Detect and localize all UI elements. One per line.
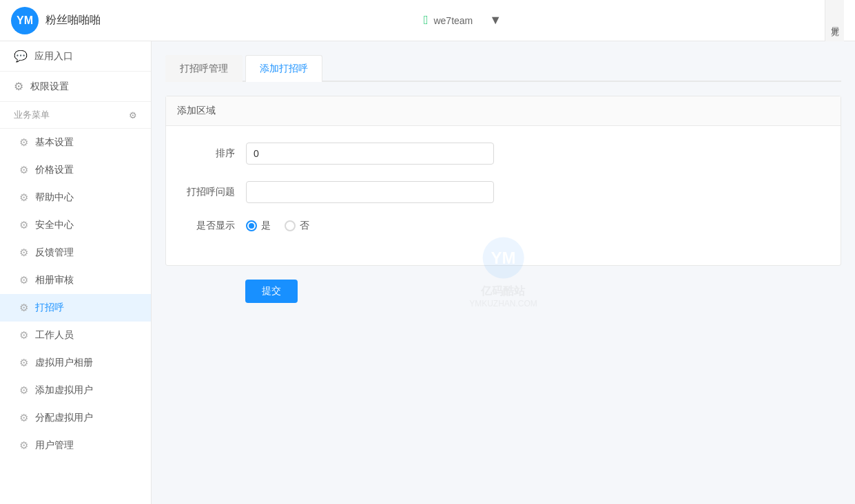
radio-yes-dot	[249, 223, 254, 229]
sidebar: 💬 应用入口 ⚙ 权限设置 业务菜单 ⚙ ⚙ 基本设置 ⚙ 价格设置 ⚙ 帮助中…	[0, 41, 152, 504]
radio-no[interactable]: 否	[285, 220, 309, 232]
header: YM 粉丝啪啪啪  we7team ▼ 宽屏	[0, 0, 855, 41]
content-area: YM 亿码酷站 YMKUZHAN.COM 打招呼管理 添加打招呼 添加区域 排序	[152, 41, 855, 504]
gear-icon: ⚙	[19, 357, 28, 369]
sidebar-item-user-management[interactable]: ⚙ 用户管理	[0, 432, 151, 459]
app-title: 粉丝啪啪啪	[45, 13, 101, 28]
gear-icon: ⚙	[19, 136, 28, 149]
settings-icon: ⚙	[14, 80, 23, 93]
sidebar-top-label: 权限设置	[30, 81, 69, 93]
gear-icon: ⚙	[19, 164, 28, 176]
question-input[interactable]	[246, 181, 494, 203]
menu-item-label: 帮助中心	[35, 191, 74, 204]
sort-label: 排序	[177, 147, 246, 160]
section-title: 业务菜单	[14, 109, 50, 121]
radio-no-circle	[285, 220, 296, 231]
sidebar-item-staff[interactable]: ⚙ 工作人员	[0, 322, 151, 349]
sidebar-item-feedback-management[interactable]: ⚙ 反馈管理	[0, 239, 151, 266]
gear-icon: ⚙	[19, 412, 28, 424]
menu-item-label: 用户管理	[35, 439, 74, 452]
tab-add[interactable]: 添加打招呼	[245, 55, 322, 82]
sidebar-top-label: 应用入口	[34, 50, 73, 63]
sidebar-item-assign-virtual-user[interactable]: ⚙ 分配虚拟用户	[0, 404, 151, 432]
radio-yes-label: 是	[261, 220, 271, 232]
radio-no-label: 否	[300, 220, 309, 232]
sidebar-item-security-center[interactable]: ⚙ 安全中心	[0, 211, 151, 239]
sidebar-item-album-review[interactable]: ⚙ 相册审核	[0, 266, 151, 294]
menu-item-label: 价格设置	[35, 164, 74, 176]
sidebar-item-help-center[interactable]: ⚙ 帮助中心	[0, 184, 151, 211]
sort-input[interactable]	[246, 143, 494, 165]
sidebar-item-price-settings[interactable]: ⚙ 价格设置	[0, 156, 151, 184]
sidebar-item-basic-settings[interactable]: ⚙ 基本设置	[0, 129, 151, 156]
menu-item-label: 反馈管理	[35, 246, 74, 259]
form-row-question: 打招呼问题	[177, 181, 830, 203]
header-right:  we7team ▼	[424, 13, 502, 28]
sidebar-item-virtual-album[interactable]: ⚙ 虚拟用户相册	[0, 349, 151, 377]
gear-icon: ⚙	[19, 329, 28, 342]
menu-item-label: 安全中心	[35, 219, 74, 231]
menu-item-label: 分配虚拟用户	[35, 412, 93, 424]
menu-item-label: 打招呼	[35, 302, 64, 314]
submit-button[interactable]: 提交	[245, 280, 298, 303]
form-card: 添加区域 排序 打招呼问题 是否显示	[165, 96, 841, 266]
menu-item-label: 基本设置	[35, 136, 74, 149]
show-radio-group: 是 否	[246, 220, 309, 232]
menu-item-label: 虚拟用户相册	[35, 357, 93, 369]
watermark-site-url: YMKUZHAN.COM	[469, 299, 537, 308]
gear-icon: ⚙	[19, 384, 28, 397]
watermark-site-name: 亿码酷站	[469, 284, 537, 299]
sidebar-item-greeting[interactable]: ⚙ 打招呼	[0, 294, 151, 322]
menu-item-label: 工作人员	[35, 329, 74, 342]
wechat-icon: 	[424, 13, 429, 28]
menu-item-label: 相册审核	[35, 274, 74, 286]
radio-yes[interactable]: 是	[246, 220, 271, 232]
show-label: 是否显示	[177, 220, 246, 232]
message-icon: 💬	[14, 50, 28, 63]
form-body: 排序 打招呼问题 是否显示 是	[166, 126, 841, 265]
gear-icon: ⚙	[19, 439, 28, 452]
gear-icon: ⚙	[19, 274, 28, 286]
menu-item-label: 添加虚拟用户	[35, 384, 93, 397]
form-row-sort: 排序	[177, 143, 830, 165]
sidebar-section-header: 业务菜单 ⚙	[0, 102, 151, 129]
tab-bar: 打招呼管理 添加打招呼	[165, 55, 841, 82]
main-layout: 💬 应用入口 ⚙ 权限设置 业务菜单 ⚙ ⚙ 基本设置 ⚙ 价格设置 ⚙ 帮助中…	[0, 41, 855, 504]
expand-icon[interactable]: ▼	[489, 13, 502, 28]
form-card-title: 添加区域	[166, 96, 841, 126]
gear-icon: ⚙	[19, 191, 28, 204]
form-row-show: 是否显示 是 否	[177, 220, 830, 232]
gear-icon: ⚙	[19, 302, 28, 314]
sidebar-item-permission[interactable]: ⚙ 权限设置	[0, 72, 151, 102]
question-label: 打招呼问题	[177, 186, 246, 198]
header-left: YM 粉丝啪啪啪	[11, 7, 101, 34]
gear-icon: ⚙	[19, 219, 28, 231]
radio-yes-circle	[246, 220, 257, 231]
section-gear-icon[interactable]: ⚙	[129, 110, 137, 120]
app-logo: YM	[11, 7, 39, 34]
sidebar-item-add-virtual-user[interactable]: ⚙ 添加虚拟用户	[0, 377, 151, 404]
user-name: we7team	[433, 15, 473, 26]
gear-icon: ⚙	[19, 246, 28, 259]
widescreen-button[interactable]: 宽屏	[825, 0, 844, 41]
tab-management[interactable]: 打招呼管理	[165, 55, 243, 82]
sidebar-item-app-entry[interactable]: 💬 应用入口	[0, 41, 151, 72]
